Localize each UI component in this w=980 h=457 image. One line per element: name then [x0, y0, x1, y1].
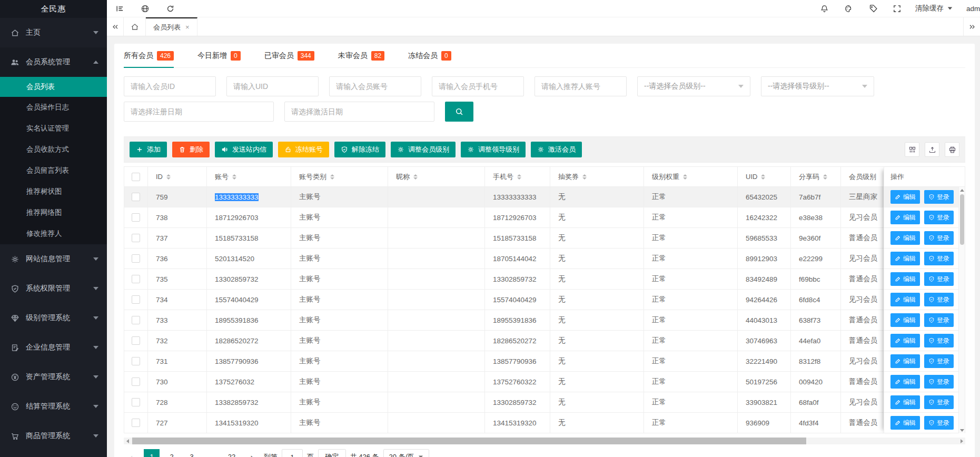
scroll-down-arrow[interactable]	[959, 427, 965, 433]
uid-input[interactable]	[226, 76, 319, 96]
member-level-select[interactable]: --请选择会员级别--	[637, 76, 750, 96]
stat-tab-new-today[interactable]: 今日新增 0	[197, 44, 241, 67]
sidebar-subitem-realname-audit[interactable]: 实名认证管理	[0, 118, 107, 139]
login-as-button[interactable]: 登录	[924, 395, 954, 409]
tabs-scroll-right-button[interactable]	[963, 17, 980, 36]
sidebar-item-level-system[interactable]: 级别管理系统	[0, 303, 107, 333]
user-menu[interactable]: admin	[959, 5, 980, 13]
edit-button[interactable]: 编辑	[890, 375, 920, 389]
column-header-share-code[interactable]: 分享码	[791, 167, 841, 187]
member-id-input[interactable]	[124, 76, 216, 96]
sort-icon[interactable]	[683, 174, 687, 180]
scroll-right-arrow[interactable]	[958, 438, 965, 444]
edit-button[interactable]: 编辑	[890, 190, 920, 204]
row-checkbox[interactable]	[132, 234, 140, 242]
login-as-button[interactable]: 登录	[924, 375, 954, 389]
print-button[interactable]	[945, 142, 959, 157]
sidebar-subitem-change-referrer[interactable]: 修改推荐人	[0, 223, 107, 244]
sidebar-item-home[interactable]: 主页	[0, 18, 107, 47]
login-as-button[interactable]: 登录	[924, 313, 954, 327]
sidebar-item-assets[interactable]: 资产管理系统	[0, 362, 107, 392]
activate-member-button[interactable]: 激活会员	[531, 142, 582, 157]
row-checkbox[interactable]	[132, 254, 140, 263]
column-header-phone[interactable]: 手机号	[485, 167, 550, 187]
sort-icon[interactable]	[823, 174, 827, 180]
sort-icon[interactable]	[582, 174, 587, 180]
sort-icon[interactable]	[330, 174, 334, 180]
column-header-uid[interactable]: UID	[738, 167, 791, 187]
next-page-button[interactable]: ›	[244, 449, 260, 457]
phone-input[interactable]	[432, 76, 524, 96]
row-checkbox[interactable]	[132, 213, 140, 222]
row-checkbox[interactable]	[132, 275, 140, 283]
row-checkbox[interactable]	[132, 398, 140, 406]
sidebar-item-site-info[interactable]: 网站信息管理	[0, 244, 107, 274]
stat-tab-unaudited[interactable]: 未审会员 82	[338, 44, 384, 67]
page-1[interactable]: 1	[144, 449, 160, 457]
column-settings-button[interactable]	[905, 142, 919, 157]
page-3[interactable]: 3	[184, 449, 200, 457]
sidebar-subitem-member-list[interactable]: 会员列表	[0, 77, 107, 97]
column-header-id[interactable]: ID	[148, 167, 207, 187]
sidebar-item-member-system[interactable]: 会员系统管理	[0, 47, 107, 77]
edit-button[interactable]: 编辑	[890, 252, 920, 265]
sidebar-toggle-button[interactable]	[107, 0, 132, 17]
select-all-checkbox[interactable]	[132, 173, 140, 181]
page-2[interactable]: 2	[164, 449, 180, 457]
referrer-input[interactable]	[534, 76, 627, 96]
tag-button[interactable]	[860, 0, 885, 17]
column-header-nickname[interactable]: 昵称	[388, 167, 485, 187]
scrollbar-thumb[interactable]	[132, 438, 806, 444]
send-message-button[interactable]: 发送站内信	[215, 142, 273, 157]
edit-button[interactable]: 编辑	[890, 272, 920, 286]
sort-icon[interactable]	[517, 174, 521, 180]
column-header-level-weight[interactable]: 级别权重	[644, 167, 738, 187]
edit-button[interactable]: 编辑	[890, 211, 920, 224]
login-as-button[interactable]: 登录	[924, 231, 954, 245]
column-header-lottery[interactable]: 抽奖券	[550, 167, 644, 187]
delete-button[interactable]: 删除	[172, 142, 210, 157]
scroll-left-arrow[interactable]	[124, 438, 131, 444]
freeze-account-button[interactable]: 冻结账号	[278, 142, 329, 157]
prev-page-button[interactable]: ‹	[124, 449, 140, 457]
column-header-account-type[interactable]: 账号类别	[291, 167, 388, 187]
leader-level-select[interactable]: --请选择领导级别--	[761, 76, 874, 96]
notifications-button[interactable]	[812, 0, 836, 17]
login-as-button[interactable]: 登录	[924, 293, 954, 306]
row-checkbox[interactable]	[132, 193, 140, 201]
home-tab[interactable]	[124, 17, 146, 36]
search-button[interactable]	[445, 102, 473, 122]
login-as-button[interactable]: 登录	[924, 190, 954, 204]
jump-confirm-button[interactable]: 确定	[318, 449, 346, 457]
edit-button[interactable]: 编辑	[890, 313, 920, 327]
row-checkbox[interactable]	[132, 419, 140, 427]
refresh-button[interactable]	[157, 0, 183, 17]
row-checkbox[interactable]	[132, 377, 140, 386]
edit-button[interactable]: 编辑	[890, 231, 920, 245]
sidebar-subitem-member-op-log[interactable]: 会员操作日志	[0, 97, 107, 118]
jump-page-input[interactable]	[282, 449, 303, 457]
stat-tab-audited[interactable]: 已审会员 344	[264, 44, 314, 67]
scroll-up-arrow[interactable]	[959, 187, 965, 193]
sort-icon[interactable]	[166, 174, 171, 180]
horizontal-scrollbar[interactable]	[124, 438, 965, 444]
login-as-button[interactable]: 登录	[924, 272, 954, 286]
stat-tab-all-members[interactable]: 所有会员 426	[124, 44, 174, 67]
unfreeze-button[interactable]: 解除冻结	[334, 142, 385, 157]
close-icon[interactable]: ×	[185, 24, 190, 31]
adjust-member-level-button[interactable]: 调整会员级别	[391, 142, 456, 157]
scrollbar-thumb[interactable]	[960, 194, 964, 245]
login-as-button[interactable]: 登录	[924, 211, 954, 224]
sort-icon[interactable]	[413, 174, 418, 180]
login-as-button[interactable]: 登录	[924, 334, 954, 347]
edit-button[interactable]: 编辑	[890, 416, 920, 430]
sidebar-subitem-payment-methods[interactable]: 会员收款方式	[0, 139, 107, 160]
login-as-button[interactable]: 登录	[924, 416, 954, 430]
edit-button[interactable]: 编辑	[890, 354, 920, 368]
sort-icon[interactable]	[232, 174, 236, 180]
activate-date-input[interactable]	[284, 102, 434, 122]
sidebar-subitem-referral-tree[interactable]: 推荐树状图	[0, 181, 107, 202]
row-checkbox[interactable]	[132, 336, 140, 345]
tab-member-list[interactable]: 会员列表 ×	[146, 17, 197, 36]
adjust-leader-level-button[interactable]: 调整领导级别	[461, 142, 526, 157]
